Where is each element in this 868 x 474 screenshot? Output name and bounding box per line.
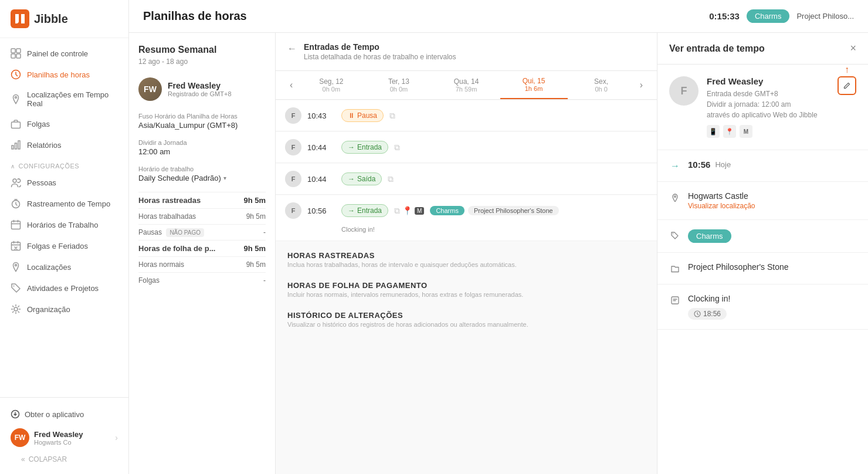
entry-badge-entrada: → Entrada (341, 141, 388, 154)
section-payroll: HORAS DE FOLHA DE PAGAMENTO Incluir hora… (276, 272, 657, 302)
normal-hours-row: Horas normais 9h 5m (138, 256, 266, 272)
detail-time-row: → 10:56 Hoje (657, 150, 868, 182)
clock-in-icon: → (669, 160, 681, 172)
entry-time: 10:56 (307, 206, 335, 215)
page-title: Planilhas de horas (143, 9, 247, 23)
collapse-button[interactable]: COLAPSAR (11, 452, 118, 467)
main-content: Planilhas de horas 0:15:33 Charms Projec… (129, 0, 868, 474)
entries-back-button[interactable]: ← (287, 42, 297, 54)
section-history: HISTÓRICO DE ALTERAÇÕES Visualizar o his… (276, 302, 657, 331)
svg-rect-2 (16, 49, 21, 53)
weekly-title: Resumo Semanal (138, 45, 266, 55)
user-info: Fred Weasley Hogwarts Co (34, 430, 110, 446)
sidebar-item-reports[interactable]: Relatórios (0, 134, 128, 155)
day-nav: ‹ Seg, 12 0h 0m Ter, 13 0h 0m Qua, 14 7h… (276, 71, 657, 100)
svg-rect-9 (15, 143, 17, 149)
entry-avatar: F (285, 107, 301, 124)
split-journey-section: Dividir a Jornada 12:00 am (138, 139, 266, 156)
logo[interactable]: Jibble (0, 0, 128, 38)
svg-rect-10 (18, 141, 20, 149)
close-button[interactable]: × (850, 42, 856, 55)
sidebar-item-leaves[interactable]: Folgas (0, 113, 128, 134)
entry-time: 10:44 (307, 175, 335, 184)
entries-panel: ← Entradas de Tempo Lista detalhada de h… (276, 33, 657, 474)
detail-note-text: Clocking in! (688, 294, 856, 303)
copy-icon[interactable]: ⧉ (389, 111, 395, 121)
sidebar-item-locations[interactable]: Localizações (0, 256, 128, 277)
table-row[interactable]: F 10:56 → Entrada ⧉ 📍 M Charms Project P… (276, 195, 657, 241)
day-sex16[interactable]: Sex, 0h 0 (568, 72, 635, 99)
pencil-icon (843, 82, 851, 90)
sidebar-item-dashboard[interactable]: Painel de controle (0, 43, 128, 64)
sidebar-item-label: Rastreamento de Tempo (27, 199, 110, 208)
detail-avatar: F (669, 76, 699, 106)
day-qui15[interactable]: Qui, 15 1h 6m (500, 71, 568, 99)
svg-point-6 (15, 97, 17, 99)
breaks-row: Pausas NÃO PAGO - (138, 224, 266, 240)
jibble-logo-icon (11, 9, 29, 28)
day-nav-prev[interactable]: ‹ (285, 73, 297, 97)
detail-note-time: 18:56 (688, 308, 727, 320)
day-seg12[interactable]: Seg, 12 0h 0m (297, 72, 365, 99)
detail-header: Ver entrada de tempo × (657, 33, 868, 65)
detail-tag-row: Charms (657, 220, 868, 253)
edit-button[interactable] (838, 76, 856, 95)
detail-project-name: Project Philosopher's Stone (688, 262, 856, 272)
svg-rect-8 (12, 145, 13, 149)
entry-icons: ⧉ 📍 M (394, 206, 424, 216)
table-row: F 10:43 ⏸ Pausa ⧉ (276, 100, 657, 131)
entries-header-text: Entradas de Tempo Lista detalhada de hor… (304, 42, 645, 61)
table-row: F 10:44 → Saída ⧉ (276, 164, 657, 195)
folder-icon (669, 263, 681, 275)
day-qua14[interactable]: Qua, 14 7h 59m (432, 72, 500, 99)
timezone-section: Fuso Horário da Planilha de Horas Asia/K… (138, 113, 266, 130)
entry-badge-saida: → Saída (341, 172, 382, 185)
svg-rect-13 (12, 221, 21, 229)
sidebar-nav: Painel de controle Planilhas de horas Lo… (0, 38, 128, 397)
sidebar-item-label: Pessoas (27, 178, 56, 187)
sidebar-item-label: Folgas e Feriados (27, 242, 88, 250)
detail-user-info: Fred Weasley Entrada desde GMT+8 Dividir… (707, 76, 829, 138)
user-profile-row[interactable]: FW Fred Weasley Hogwarts Co › (11, 424, 118, 452)
charms-tag: Charms (430, 206, 464, 215)
sidebar-item-activities[interactable]: Atividades e Projetos (0, 277, 128, 299)
sidebar-item-label: Atividades e Projetos (27, 284, 99, 293)
sidebar-item-timesheets[interactable]: Planilhas de horas (0, 64, 128, 85)
sidebar-item-schedules[interactable]: Horários de Trabalho (0, 214, 128, 235)
detail-note-content: Clocking in! 18:56 (688, 294, 856, 320)
entry-time: 10:44 (307, 143, 335, 152)
view-location-link[interactable]: Visualizar localização (688, 202, 856, 210)
detail-user-icons: 📱 📍 M (707, 125, 829, 138)
worked-hours-row: Horas trabalhadas 9h 5m (138, 208, 266, 224)
sidebar-item-organization[interactable]: Organização (0, 299, 128, 320)
detail-location-content: Hogwarts Castle Visualizar localização (688, 191, 856, 210)
copy-icon[interactable]: ⧉ (394, 206, 400, 216)
day-ter13[interactable]: Ter, 13 0h 0m (365, 72, 432, 99)
svg-point-20 (673, 233, 674, 235)
entry-badge-pausa: ⏸ Pausa (341, 109, 384, 122)
charms-badge[interactable]: Charms (747, 9, 790, 23)
copy-icon[interactable]: ⧉ (388, 174, 394, 184)
day-nav-next[interactable]: › (635, 73, 647, 97)
detail-project-content: Project Philosopher's Stone (688, 262, 856, 272)
sidebar-item-label: Planilhas de horas (27, 70, 90, 79)
header-project: Project Philoso... (796, 12, 854, 21)
detail-user-name: Fred Weasley (707, 76, 829, 86)
detail-location-row: Hogwarts Castle Visualizar localização (657, 182, 868, 220)
location-pin-icon[interactable]: 📍 (402, 206, 412, 215)
svg-rect-4 (16, 54, 21, 58)
get-app-button[interactable]: Obter o aplicativo (11, 405, 118, 424)
sidebar-item-realtime[interactable]: Localizações em Tempo Real (0, 85, 128, 113)
schedule-dropdown-arrow[interactable]: ▾ (223, 175, 226, 181)
holidays-row: Folgas - (138, 272, 266, 288)
sidebar-item-timetracking[interactable]: Rastreamento de Tempo (0, 193, 128, 214)
map-pin-icon (11, 94, 21, 104)
user-avatar: FW (11, 428, 29, 447)
svg-rect-1 (11, 49, 15, 53)
download-icon (11, 409, 20, 419)
chevron-right-icon: › (115, 433, 118, 442)
sidebar-item-leaves-holidays[interactable]: Folgas e Feriados (0, 235, 128, 256)
weekly-panel: Resumo Semanal 12 ago - 18 ago FW Fred W… (129, 33, 276, 474)
sidebar-item-people[interactable]: Pessoas (0, 172, 128, 193)
copy-icon[interactable]: ⧉ (394, 143, 400, 153)
